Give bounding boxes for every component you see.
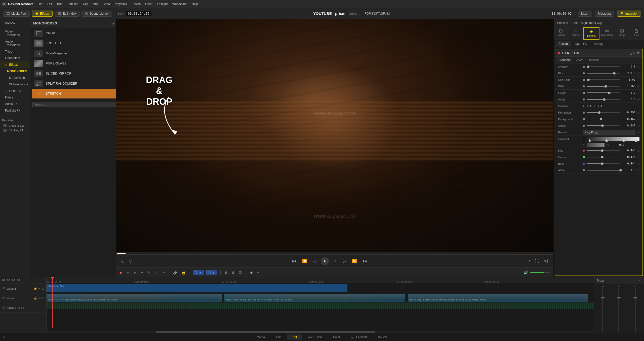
play-reverse-button[interactable]	[332, 258, 338, 264]
video-clip-1[interactable]: 428169_Model_Young_Bathtub_Sitting_By_Om…	[47, 294, 222, 302]
preview-progress-bar[interactable]	[116, 252, 553, 254]
effect-item-crop[interactable]: CROP	[32, 28, 116, 38]
toolbox-fairlight-fx[interactable]: Fairlight FX	[0, 107, 30, 114]
menu-view[interactable]: View	[104, 2, 110, 6]
bottom-settings-button[interactable]: ⚙	[3, 335, 6, 339]
effect-item-pure-glass[interactable]: PURE-GLASS	[32, 59, 116, 68]
inspector-sub-fusion[interactable]: Fusion	[556, 41, 571, 47]
snap-button[interactable]: 🔗	[172, 270, 178, 275]
inspector-tab-transition[interactable]: Transition	[599, 27, 614, 40]
soft-edge-keyframe-button[interactable]: ◇	[637, 78, 639, 81]
effect-delete-button[interactable]: 🗑	[636, 51, 640, 55]
link-button[interactable]: 🔒	[180, 270, 187, 275]
inspector-tab-effects[interactable]: Effects	[583, 27, 599, 40]
effects-button[interactable]: Effects	[32, 11, 52, 17]
step-forward-button[interactable]: ⏩	[350, 258, 358, 264]
refraction-slider-container[interactable]	[587, 112, 620, 113]
timeline-track-v2[interactable]: Adjustment Clip	[47, 283, 594, 293]
height-thumb[interactable]	[608, 92, 611, 94]
track-v2-lock[interactable]: 🔒	[34, 287, 37, 290]
next-frame-button[interactable]: ▷	[341, 258, 347, 264]
inspector-scroll-area[interactable]: Overlay 0.0 ◇ Blur	[555, 63, 642, 276]
menu-timeline[interactable]: Timeline	[67, 2, 78, 6]
inspector-tab-video[interactable]: Video	[554, 27, 569, 40]
dynamic-trim-button[interactable]: ⇌	[133, 270, 138, 275]
menu-fusion[interactable]: Fusion	[132, 2, 141, 6]
timeline-track-a1[interactable]	[47, 302, 594, 310]
adjustment-clip[interactable]: Adjustment Clip	[47, 284, 347, 292]
media-pool-button[interactable]: Media Pool	[3, 11, 30, 17]
green-keyframe-button[interactable]: ◇	[637, 155, 639, 159]
blue-slider-container[interactable]	[587, 163, 620, 164]
height-slider[interactable]	[587, 92, 620, 93]
toolbox-williamjustice[interactable]: WilliamJustice	[0, 81, 30, 88]
fit-button[interactable]: ⊡	[238, 270, 243, 275]
blue-keyframe-button[interactable]: ◇	[637, 162, 639, 165]
metadata-button[interactable]: Metadata	[595, 11, 614, 17]
workspace-tab-fairlight[interactable]: Fairlight	[346, 334, 372, 340]
offset-slider[interactable]	[587, 125, 620, 126]
workspace-tab-fusion[interactable]: Fusion	[303, 334, 327, 340]
effects-search-input[interactable]	[32, 102, 116, 107]
menu-edit[interactable]: Edit	[47, 2, 52, 6]
timeline-area[interactable]: 01:00:00:00 01:00:04:00 01:00:08:00 01:0…	[47, 277, 594, 333]
alpha-slider[interactable]	[587, 170, 620, 170]
height-keyframe-button[interactable]: ◇	[637, 91, 639, 94]
effect-copy-button[interactable]: ⎘	[633, 51, 635, 55]
effect-item-split-randomizer[interactable]: SPLIT-RANDOMIZER	[32, 79, 116, 88]
track-v2-visibility[interactable]: 👁	[38, 287, 41, 290]
height-slider-container[interactable]	[587, 92, 620, 93]
effect-item-frosted[interactable]: FROSTED	[32, 39, 116, 48]
menu-color[interactable]: Color	[145, 2, 152, 6]
overlay-thumb[interactable]	[587, 65, 589, 68]
toolbox-generators[interactable]: Generators	[0, 55, 30, 61]
width-keyframe-button[interactable]: ◇	[637, 85, 639, 88]
go-to-end-button[interactable]: ⏭	[361, 258, 369, 264]
mixer-fader-a2[interactable]	[618, 288, 619, 332]
select-tool-button[interactable]: ▶	[119, 270, 124, 275]
overlay-slider[interactable]	[587, 66, 620, 67]
effect-item-stretch[interactable]: STRETCH	[32, 89, 116, 98]
timeline-scrollbar[interactable]	[47, 331, 594, 333]
gradient-bar[interactable]	[583, 137, 639, 141]
volume-slider[interactable]	[530, 272, 550, 273]
mixer-fader-a2-thumb[interactable]	[617, 297, 621, 298]
refraction-thumb[interactable]	[598, 111, 600, 114]
inspector-tab-audio[interactable]: Audio	[569, 27, 583, 40]
toolbox-audio-transitions[interactable]: Audio Transitions	[0, 38, 30, 48]
overlay-keyframe-button[interactable]: ◇	[637, 65, 639, 68]
gradient-eyedropper-button[interactable]: ✎	[607, 143, 609, 147]
workspace-tab-deliver[interactable]: Deliver	[373, 334, 392, 340]
edit-index-button[interactable]: Edit Index	[55, 11, 79, 17]
mononodes-collapse[interactable]: ▲	[111, 21, 115, 25]
volume-button[interactable]: 🔊	[522, 270, 529, 275]
menu-file[interactable]: File	[37, 2, 42, 6]
blade-tool-button[interactable]: ✂	[140, 270, 145, 275]
inspector-sub-addup[interactable]: Addup	[591, 41, 606, 47]
alpha-keyframe-button[interactable]: ◇	[637, 168, 639, 172]
alpha-slider-container[interactable]	[587, 170, 620, 170]
loop-button[interactable]: ↺	[526, 258, 532, 264]
gradient-stop-4[interactable]	[635, 139, 637, 142]
red-keyframe-button[interactable]: ◇	[637, 149, 639, 152]
inspector-button[interactable]: Inspector	[617, 11, 641, 17]
overlay-slider-container[interactable]	[587, 66, 620, 67]
toolbox-audio-fx[interactable]: Audio FX	[0, 101, 30, 107]
zoom-in-button[interactable]: ⊕	[224, 270, 229, 275]
go-to-start-button[interactable]: ⏮	[291, 258, 298, 264]
mixer-close-button[interactable]: ✕	[638, 279, 641, 282]
preview-safe-area-button[interactable]: ▽	[128, 258, 134, 264]
favorites-blanking-fill[interactable]: ▭ Blanking Fill	[2, 128, 28, 132]
blur-keyframe-button[interactable]: ◇	[637, 72, 639, 75]
mixer-fader-bus1[interactable]	[635, 288, 636, 332]
slide-tool-button[interactable]: ⇉	[154, 270, 159, 275]
effect-item-sliced-mirror[interactable]: SLICED-MIRROR	[32, 69, 116, 78]
offset-keyframe-button[interactable]: ◇	[637, 124, 639, 127]
zoom-control[interactable]: 50%	[118, 12, 124, 15]
red-thumb[interactable]	[601, 149, 603, 152]
gradient-stop-3[interactable]	[623, 139, 625, 142]
menu-trim[interactable]: Trim	[57, 2, 63, 6]
offset-slider-container[interactable]	[587, 125, 620, 126]
gradient-expand-button[interactable]: ▷	[583, 143, 585, 147]
menu-workspace[interactable]: Workspace	[172, 2, 187, 6]
